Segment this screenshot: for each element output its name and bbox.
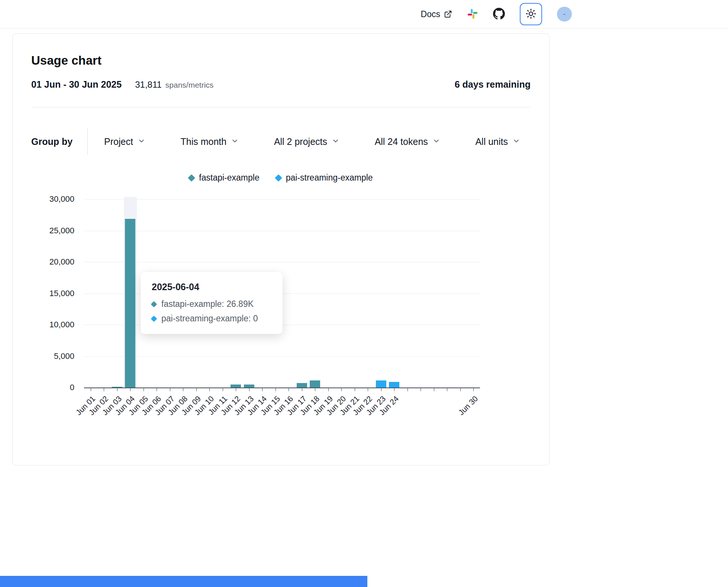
slack-button[interactable] — [467, 8, 478, 20]
bar-fastapi-example-jun-18[interactable] — [310, 380, 320, 387]
units-value: All units — [475, 136, 508, 147]
series-diamond-icon — [151, 301, 157, 307]
legend-item-fastapi-example[interactable]: fastapi-example — [189, 173, 259, 183]
x-tick — [170, 388, 170, 391]
github-button[interactable] — [493, 8, 505, 21]
series-diamond-icon — [151, 315, 157, 322]
days-remaining: 6 days remaining — [455, 79, 531, 90]
tooltip-row: fastapi-example: 26.89K — [152, 299, 271, 309]
tooltip-row-text: pai-streaming-example: 0 — [161, 314, 258, 324]
group-by-label: Group by — [31, 136, 87, 147]
total-count: 31,811 — [135, 80, 162, 90]
x-tick — [434, 388, 434, 391]
y-tick-label: 0 — [70, 383, 74, 392]
x-tick — [236, 388, 236, 391]
tokens-value: All 24 tokens — [375, 136, 428, 147]
x-tick — [130, 388, 131, 391]
x-tick — [341, 388, 342, 391]
usage-bar-chart: 05,00010,00015,00020,00025,00030,000 202… — [31, 199, 531, 388]
y-tick-label: 30,000 — [49, 194, 74, 204]
x-tick-label: Jun 30 — [457, 394, 480, 417]
legend-diamond-icon — [275, 174, 282, 182]
user-avatar[interactable]: - — [557, 7, 572, 22]
chevron-down-icon — [512, 136, 520, 147]
legend-item-pai-streaming-example[interactable]: pai-streaming-example — [276, 173, 373, 183]
x-tick — [91, 388, 91, 391]
x-tick — [157, 388, 157, 391]
x-tick — [262, 388, 262, 391]
projects-value: All 2 projects — [274, 136, 327, 147]
date-range: 01 Jun - 30 Jun 2025 — [31, 79, 122, 90]
x-tick — [473, 388, 474, 391]
units-select[interactable]: All units — [475, 136, 520, 147]
theme-toggle-button[interactable] — [520, 3, 542, 25]
bar-fastapi-example-jun-03[interactable] — [112, 387, 122, 387]
x-tick — [447, 388, 447, 391]
filters-row: Group by Project This month All 2 projec… — [31, 107, 531, 155]
docs-link[interactable]: Docs — [421, 9, 452, 19]
tooltip-date: 2025-06-04 — [152, 282, 271, 292]
y-tick-label: 25,000 — [49, 226, 74, 236]
chevron-down-icon — [432, 136, 440, 147]
avatar-text: - — [563, 10, 566, 18]
tokens-select[interactable]: All 24 tokens — [375, 136, 440, 147]
projects-select[interactable]: All 2 projects — [274, 136, 339, 147]
top-bar: Docs — [0, 0, 728, 29]
x-tick — [328, 388, 329, 391]
x-tick — [223, 388, 223, 391]
x-tick — [408, 388, 408, 391]
y-tick-label: 10,000 — [49, 320, 74, 330]
bar-fastapi-example-jun-04[interactable] — [125, 219, 135, 387]
period-select[interactable]: This month — [181, 136, 239, 147]
period-value: This month — [181, 136, 227, 147]
slack-icon — [467, 8, 478, 20]
usage-summary-row: 01 Jun - 30 Jun 2025 31,811 spans/metric… — [31, 79, 531, 90]
group-by-value: Project — [104, 136, 133, 147]
x-tick — [302, 388, 302, 391]
x-tick — [421, 388, 421, 391]
gridline — [84, 199, 480, 200]
total-unit-label: spans/metrics — [165, 81, 214, 90]
group-by-select[interactable]: Project — [104, 136, 145, 147]
x-tick — [276, 388, 276, 391]
chart-tooltip: 2025-06-04 fastapi-example: 26.89K pai-s… — [141, 272, 283, 334]
x-tick — [394, 388, 394, 391]
y-tick-label: 15,000 — [49, 289, 74, 298]
x-tick — [104, 388, 104, 391]
gridline — [84, 262, 480, 262]
x-tick — [196, 388, 197, 391]
legend-label: pai-streaming-example — [286, 173, 373, 183]
x-tick — [117, 388, 117, 391]
sun-icon — [526, 9, 536, 20]
x-tick — [249, 388, 249, 391]
y-axis: 05,00010,00015,00020,00025,00030,000 — [31, 199, 84, 387]
x-tick — [209, 388, 210, 391]
filter-dropdowns: Project This month All 2 projects All 24… — [88, 136, 531, 147]
x-tick — [355, 388, 355, 391]
x-tick — [368, 388, 368, 391]
bar-pai-streaming-example-jun-23[interactable] — [376, 380, 386, 387]
tooltip-row: pai-streaming-example: 0 — [152, 314, 271, 324]
bottom-blue-bar — [0, 576, 367, 587]
x-tick — [289, 388, 289, 391]
tooltip-row-text: fastapi-example: 26.89K — [161, 299, 254, 309]
x-tick — [381, 388, 381, 391]
gridline — [84, 231, 480, 231]
x-tick — [183, 388, 183, 391]
legend-diamond-icon — [188, 174, 195, 182]
x-tick — [144, 388, 144, 391]
plot-area: 2025-06-04 fastapi-example: 26.89K pai-s… — [84, 199, 480, 388]
external-link-icon — [444, 10, 452, 18]
chevron-down-icon — [231, 136, 239, 147]
chart-legend: fastapi-example pai-streaming-example — [31, 173, 531, 183]
x-tick — [315, 388, 315, 391]
github-icon — [493, 8, 505, 21]
bar-pai-streaming-example-jun-24[interactable] — [389, 382, 399, 387]
usage-card: Usage chart 01 Jun - 30 Jun 2025 31,811 … — [12, 33, 550, 466]
gridline — [84, 356, 480, 357]
bar-fastapi-example-jun-13[interactable] — [244, 385, 254, 387]
page-title: Usage chart — [31, 53, 531, 68]
docs-link-label: Docs — [421, 9, 440, 19]
bar-fastapi-example-jun-12[interactable] — [231, 385, 241, 387]
bar-fastapi-example-jun-17[interactable] — [297, 383, 307, 387]
